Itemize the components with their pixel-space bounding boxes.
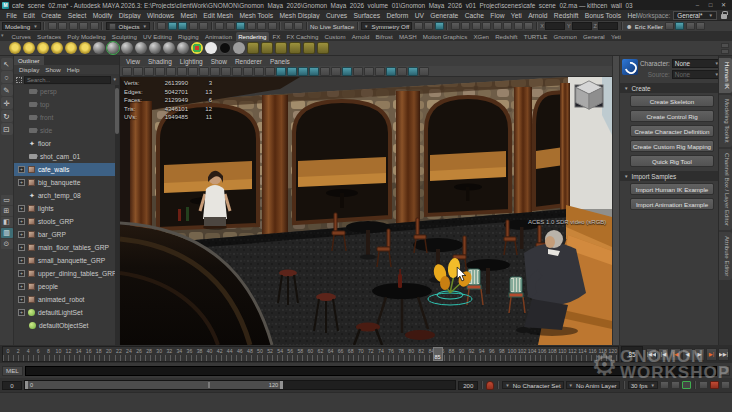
shelf-tab-turtle[interactable]: TURTLE bbox=[521, 32, 550, 41]
expand-icon[interactable]: + bbox=[18, 179, 25, 186]
render-settings-icon[interactable] bbox=[493, 22, 502, 30]
workspace-lock-icon[interactable] bbox=[721, 14, 727, 19]
undo-icon[interactable] bbox=[79, 22, 88, 30]
four-pane-layout-button[interactable]: ⊞ bbox=[1, 206, 13, 216]
animation-end-field[interactable]: 200 bbox=[458, 381, 478, 390]
single-pane-layout-button[interactable]: ▭ bbox=[1, 195, 13, 205]
menu-modify[interactable]: Modify bbox=[89, 12, 115, 19]
shelf-tab-general[interactable]: General bbox=[580, 32, 607, 41]
safe-action-icon[interactable] bbox=[243, 67, 253, 76]
x-input-field[interactable] bbox=[545, 22, 565, 30]
select-hierarchy-icon[interactable] bbox=[157, 22, 166, 30]
source-dropdown[interactable]: None▼ bbox=[672, 70, 718, 79]
motion-blur-icon[interactable] bbox=[331, 67, 341, 76]
shelf-tab-animation[interactable]: Animation bbox=[202, 32, 234, 41]
raise-application-icon[interactable] bbox=[665, 22, 674, 30]
viewport-menu-view[interactable]: View bbox=[126, 58, 140, 65]
ambient-light-icon[interactable] bbox=[9, 42, 21, 54]
menu-mesh-display[interactable]: Mesh Display bbox=[276, 12, 323, 19]
go-to-start-button[interactable]: |◀◀ bbox=[646, 348, 657, 361]
shader-ball-bracketed-icon[interactable] bbox=[107, 42, 119, 54]
open-scene-icon[interactable] bbox=[58, 22, 67, 30]
menu-set-dropdown[interactable]: Modeling▼ bbox=[2, 22, 41, 30]
outliner-item-side[interactable]: side bbox=[14, 124, 119, 137]
move-tool[interactable]: ✛ bbox=[1, 97, 13, 109]
menu-yeti[interactable]: Yeti bbox=[508, 12, 525, 19]
close-button[interactable]: ✕ bbox=[717, 0, 730, 10]
lambert-shader-icon[interactable] bbox=[135, 42, 147, 54]
gate-mask-icon[interactable] bbox=[221, 67, 231, 76]
snap-view-plane-icon[interactable] bbox=[257, 22, 266, 30]
point-light-icon[interactable] bbox=[37, 42, 49, 54]
outliner-item-bar-grp[interactable]: +bar_GRP bbox=[14, 228, 119, 241]
playback-range[interactable]: 0 120 bbox=[25, 381, 283, 389]
construction-history-icon[interactable] bbox=[294, 22, 303, 30]
playback-loop-icon[interactable] bbox=[660, 381, 669, 389]
shadow-toggle-icon[interactable] bbox=[317, 42, 329, 54]
highlight-selection-icon[interactable] bbox=[435, 22, 444, 30]
filter-icon[interactable] bbox=[16, 77, 22, 83]
shelf-tab-bifrost[interactable]: Bifrost bbox=[373, 32, 395, 41]
launch-render-view-icon[interactable] bbox=[482, 22, 491, 30]
shelf-tab-motion-graphics[interactable]: Motion Graphics bbox=[420, 32, 470, 41]
character-dropdown[interactable]: None▼ bbox=[672, 59, 718, 68]
shelf-editor-icon[interactable] bbox=[721, 43, 729, 48]
outliner-persp-layout-button[interactable]: ▥ bbox=[1, 228, 13, 238]
mute-sound-icon[interactable] bbox=[699, 381, 708, 389]
expand-icon[interactable]: + bbox=[18, 218, 25, 225]
chevron-down-icon[interactable]: ▼ bbox=[113, 77, 117, 82]
multisample-icon[interactable] bbox=[342, 67, 352, 76]
joints-xray-icon[interactable] bbox=[386, 67, 396, 76]
outliner-item-animated-robot[interactable]: +animated_robot bbox=[14, 293, 119, 306]
shelf-tab-sculpting[interactable]: Sculpting bbox=[109, 32, 139, 41]
new-scene-icon[interactable] bbox=[48, 22, 57, 30]
render-target-icon[interactable] bbox=[191, 42, 203, 54]
shelf-tab-fx-caching[interactable]: FX Caching bbox=[284, 32, 321, 41]
lock-camera-icon[interactable] bbox=[133, 67, 143, 76]
view-cube[interactable] bbox=[572, 79, 606, 113]
viewport-menu-shading[interactable]: Shading bbox=[148, 58, 172, 65]
outliner-scrollbar[interactable] bbox=[115, 85, 119, 345]
ramp-shader-icon[interactable] bbox=[163, 42, 175, 54]
tab-human-ik[interactable]: Human IK bbox=[719, 58, 732, 93]
batch-render-icon[interactable] bbox=[261, 42, 273, 54]
textured-icon[interactable] bbox=[287, 67, 297, 76]
paint-select-tool[interactable]: ✎ bbox=[1, 84, 13, 96]
symmetry-dropdown[interactable]: ▼Symmetry Off bbox=[361, 22, 412, 30]
set-key-icon[interactable] bbox=[486, 381, 494, 390]
outliner-item-shot-cam-01[interactable]: shot_cam_01 bbox=[14, 150, 119, 163]
outliner-item-cafe-walls[interactable]: +cafe_walls bbox=[14, 163, 119, 176]
render-view-icon[interactable] bbox=[275, 42, 287, 54]
spot-light-icon[interactable] bbox=[51, 42, 63, 54]
film-gate-icon[interactable] bbox=[199, 67, 209, 76]
select-object-icon[interactable] bbox=[168, 22, 177, 30]
snap-grid-icon[interactable] bbox=[215, 22, 224, 30]
expand-icon[interactable]: + bbox=[18, 257, 25, 264]
snap-curve-icon[interactable] bbox=[226, 22, 235, 30]
range-slider[interactable]: 0 120 bbox=[24, 380, 456, 390]
shelf-tab-uv-editing[interactable]: UV Editing bbox=[140, 32, 174, 41]
expand-icon[interactable]: + bbox=[18, 166, 25, 173]
menu-windows[interactable]: Windows bbox=[144, 12, 178, 19]
menu-flow[interactable]: Flow bbox=[487, 12, 508, 19]
resolution-gate-icon[interactable] bbox=[210, 67, 220, 76]
outliner-item-defaultlightset[interactable]: +defaultLightSet bbox=[14, 306, 119, 319]
shelf-tab-redshift[interactable]: Redshift bbox=[493, 32, 521, 41]
outliner-item-floor[interactable]: ✦floor bbox=[14, 137, 119, 150]
outliner-tab[interactable]: Outliner bbox=[14, 56, 44, 65]
menu-edit-mesh[interactable]: Edit Mesh bbox=[200, 12, 236, 19]
render-frame-icon[interactable] bbox=[451, 22, 460, 30]
expand-icon[interactable]: + bbox=[18, 309, 25, 316]
shelf-tab-surfaces[interactable]: Surfaces bbox=[35, 32, 64, 41]
hypershade-icon[interactable] bbox=[503, 22, 512, 30]
animation-prefs-icon[interactable] bbox=[710, 381, 719, 389]
outliner-menu-show[interactable]: Show bbox=[45, 66, 60, 73]
make-live-icon[interactable] bbox=[268, 22, 277, 30]
output-connections-icon[interactable] bbox=[424, 22, 433, 30]
settings-gear-icon[interactable] bbox=[696, 22, 705, 30]
no-live-surface-button[interactable]: No Live Surface bbox=[310, 23, 354, 30]
redo-icon[interactable] bbox=[90, 22, 99, 30]
camera-attributes-icon[interactable] bbox=[144, 67, 154, 76]
render-sequence-icon[interactable] bbox=[472, 22, 481, 30]
shelf-list-icon[interactable] bbox=[721, 49, 729, 54]
